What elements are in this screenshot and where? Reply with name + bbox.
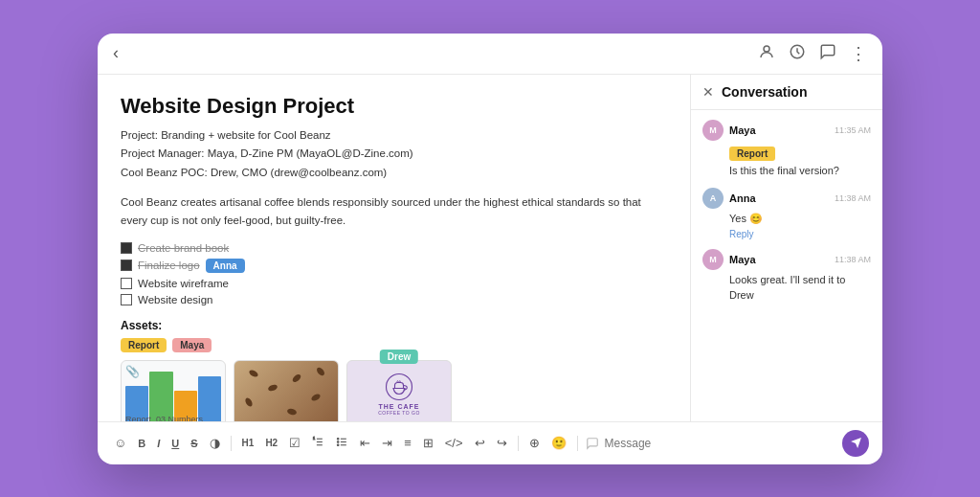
divider-3 xyxy=(577,436,578,451)
avatar-maya-1: M xyxy=(702,120,724,141)
more-icon[interactable]: ⋮ xyxy=(850,43,867,64)
bean-1 xyxy=(248,369,259,378)
reply-link[interactable]: Reply xyxy=(729,229,871,239)
top-bar-left: ‹ xyxy=(113,43,119,63)
bean-7 xyxy=(315,366,325,377)
checklist-label-4: Website design xyxy=(138,294,212,305)
doc-area: Website Design Project Project: Branding… xyxy=(98,75,691,421)
msg-header-maya-1: M Maya 11:35 AM xyxy=(702,120,871,141)
send-button[interactable] xyxy=(842,430,869,457)
avatar-anna: A xyxy=(702,188,724,209)
emoji-icon[interactable]: 🙂 xyxy=(548,434,569,452)
assets-section: Assets: Report Maya 📎 xyxy=(121,319,667,421)
anna-badge: Anna xyxy=(206,259,245,273)
svg-point-2 xyxy=(387,374,412,400)
back-icon[interactable]: ‹ xyxy=(113,43,119,63)
asset-cafe[interactable]: THE CAFE COFFEE TO GO xyxy=(346,360,452,421)
msg-sender-anna: Anna xyxy=(729,192,756,204)
msg-time-maya-1: 11:35 AM xyxy=(835,125,871,135)
message-input-area[interactable] xyxy=(586,437,836,450)
checkbox-icon[interactable]: ☑ xyxy=(286,434,303,452)
msg-sender-maya-1: Maya xyxy=(729,124,756,136)
checkbox-4[interactable] xyxy=(121,294,132,305)
asset-filename: Report_03.Numbers xyxy=(125,415,203,421)
msg-time-maya-2: 11:38 AM xyxy=(835,255,871,264)
divider-2 xyxy=(518,436,519,451)
checkbox-1[interactable] xyxy=(121,242,132,254)
message-input[interactable] xyxy=(605,437,836,450)
bean-3 xyxy=(244,396,254,408)
msg-text-anna: Yes 😊 xyxy=(729,212,871,226)
assets-label: Assets: xyxy=(121,319,667,332)
avatar-maya-2: M xyxy=(702,249,724,270)
msg-block-maya-2: M Maya 11:38 AM Looks great. I'll send i… xyxy=(702,249,871,303)
indent-increase-icon[interactable]: ⇥ xyxy=(379,434,395,452)
msg-time-anna: 11:38 AM xyxy=(835,193,871,203)
attachment-icon: 📎 xyxy=(125,365,140,378)
code-block-icon[interactable]: </> xyxy=(442,434,466,452)
close-icon[interactable]: ✕ xyxy=(702,84,714,100)
asset-cafe-wrapper: Drew THE CAFE xyxy=(346,360,452,421)
divider-1 xyxy=(231,436,232,451)
checklist: Create brand book Finalize logo Anna Web… xyxy=(121,242,667,305)
conv-messages: M Maya 11:35 AM Report Is this the final… xyxy=(691,110,882,421)
checklist-label-1: Create brand book xyxy=(138,242,229,254)
undo-icon[interactable]: ↩ xyxy=(472,434,488,452)
toolbar: ☺ B I U S ◑ H1 H2 ☑ 1 ⇤ ⇥ ≡ ⊞ </> ↩ ↪ ⊕ xyxy=(98,421,882,464)
conv-panel: ✕ Conversation M Maya 11:35 AM Report Is… xyxy=(691,75,882,421)
unordered-list-icon[interactable] xyxy=(333,434,351,453)
italic-button[interactable]: I xyxy=(154,436,163,451)
bold-button[interactable]: B xyxy=(135,436,148,451)
checklist-item-2[interactable]: Finalize logo Anna xyxy=(121,259,667,273)
svg-point-0 xyxy=(764,46,769,52)
send-icon xyxy=(850,437,862,449)
asset-spreadsheet[interactable]: 📎 Report_03.Numbers xyxy=(121,360,226,421)
align-icon[interactable]: ≡ xyxy=(401,434,414,452)
doc-description: Cool Beanz creates artisanal coffee blen… xyxy=(121,193,667,229)
redo-icon[interactable]: ↪ xyxy=(494,434,510,452)
doc-meta: Project: Branding + website for Cool Bea… xyxy=(121,126,667,183)
underline-button[interactable]: U xyxy=(168,436,182,451)
checklist-item-3[interactable]: Website wireframe xyxy=(121,278,667,289)
cafe-logo-text: THE CAFE xyxy=(379,403,420,410)
msg-block-maya-1: M Maya 11:35 AM Report Is this the final… xyxy=(702,120,871,178)
user-icon[interactable] xyxy=(758,43,775,64)
table-icon[interactable]: ⊞ xyxy=(420,434,436,452)
bean-4 xyxy=(291,373,302,383)
strikethrough-button[interactable]: S xyxy=(188,436,200,451)
svg-point-12 xyxy=(338,443,340,445)
chat-icon[interactable] xyxy=(819,43,836,64)
msg-text-maya-2: Looks great. I'll send it to Drew xyxy=(729,273,871,303)
conv-header: ✕ Conversation xyxy=(691,75,882,110)
msg-text-maya-1: Is this the final version? xyxy=(729,164,871,178)
msg-tag-area: Report xyxy=(729,144,871,161)
history-icon[interactable] xyxy=(789,43,806,64)
checklist-item-4[interactable]: Website design xyxy=(121,294,667,305)
msg-tag-report: Report xyxy=(729,147,775,161)
message-icon xyxy=(586,437,599,450)
asset-coffee[interactable] xyxy=(234,360,339,421)
top-bar: ‹ ⋮ xyxy=(98,34,882,75)
checklist-item-1[interactable]: Create brand book xyxy=(121,242,667,254)
highlight-icon[interactable]: ◑ xyxy=(207,434,223,452)
ordered-list-icon[interactable]: 1 xyxy=(309,434,327,453)
doc-title: Website Design Project xyxy=(121,94,667,119)
bean-2 xyxy=(267,383,278,392)
h2-button[interactable]: H2 xyxy=(262,436,280,450)
checklist-label-3: Website wireframe xyxy=(138,278,229,289)
app-container: ‹ ⋮ Website Design Proje xyxy=(98,34,882,464)
assets-grid: 📎 Report_03.Numbers xyxy=(121,360,667,421)
drew-badge-container: Drew xyxy=(380,347,418,364)
svg-point-10 xyxy=(338,438,340,440)
emoji-smile-icon[interactable]: ☺ xyxy=(111,434,129,452)
svg-text:1: 1 xyxy=(313,437,315,441)
beans-visual xyxy=(234,361,338,421)
plus-circle-icon[interactable]: ⊕ xyxy=(526,434,543,452)
checklist-label-2: Finalize logo xyxy=(138,260,200,271)
checkbox-2[interactable] xyxy=(121,260,132,271)
cafe-sub-text: COFFEE TO GO xyxy=(378,410,420,416)
h1-button[interactable]: H1 xyxy=(239,436,257,450)
checkbox-3[interactable] xyxy=(121,278,132,289)
indent-decrease-icon[interactable]: ⇤ xyxy=(357,434,373,452)
msg-block-anna: A Anna 11:38 AM Yes 😊 Reply xyxy=(702,188,871,239)
